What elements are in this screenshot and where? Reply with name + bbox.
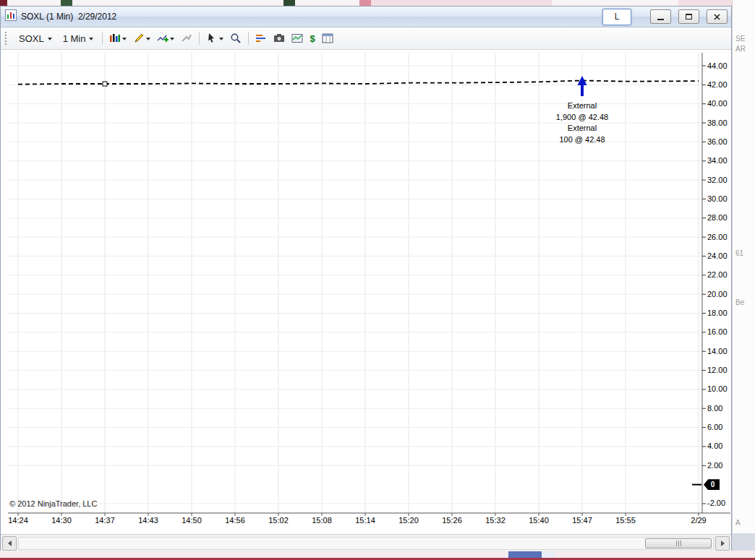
- y-axis-label: 4.00: [707, 441, 722, 450]
- account-dollar-button[interactable]: $: [307, 30, 317, 46]
- scroll-right-button[interactable]: [715, 536, 730, 551]
- x-axis-label: 15:55: [605, 516, 646, 525]
- background-window-fragment: AR: [735, 45, 746, 53]
- data-grid-icon: [322, 33, 333, 44]
- x-axis-label: 15:40: [519, 516, 559, 525]
- y-axis-label: 22.00: [707, 270, 728, 279]
- background-window-fragment: [0, 0, 7, 6]
- x-axis-label: 14:43: [128, 516, 169, 525]
- cursor-button[interactable]: [204, 30, 226, 46]
- x-axis-label: 15:02: [258, 516, 299, 525]
- drawing-tools-button[interactable]: [131, 30, 153, 46]
- background-window-fragment: A: [735, 519, 741, 527]
- interval-label: 1 Min: [63, 33, 86, 44]
- maximize-button[interactable]: [678, 9, 699, 24]
- chart-canvas[interactable]: External 1,900 @ 42.48 External 100 @ 42…: [1, 50, 731, 534]
- y-axis-label: 30.00: [707, 194, 728, 203]
- y-axis-label: 38.00: [707, 119, 728, 127]
- scrollbar-track[interactable]: [18, 537, 714, 550]
- execution-annotation-line: 100 @ 42.48: [528, 134, 636, 146]
- l-button[interactable]: L: [602, 9, 631, 25]
- indicators-icon: [157, 33, 169, 44]
- y-axis-label: 34.00: [707, 156, 728, 165]
- maximize-icon: [686, 14, 692, 20]
- y-axis-label: 32.00: [707, 176, 728, 184]
- chevron-down-icon: [219, 38, 223, 40]
- y-axis-label: 18.00: [707, 309, 728, 317]
- zoom-button[interactable]: [228, 30, 244, 46]
- instrument-label: SOXL: [19, 33, 44, 44]
- toolbar-separator: [199, 32, 200, 45]
- instrument-selector[interactable]: SOXL: [14, 32, 56, 46]
- strategies-button[interactable]: [179, 30, 195, 46]
- y-axis-label: 10.00: [707, 384, 728, 393]
- price-line-marker: [103, 82, 107, 86]
- y-axis-label: 44.00: [707, 61, 728, 70]
- horizontal-scrollbar[interactable]: [1, 534, 731, 551]
- y-axis-label: 24.00: [707, 251, 728, 260]
- x-axis-label: 15:14: [345, 516, 385, 525]
- copyright-text: © 2012 NinjaTrader, LLC: [9, 499, 97, 508]
- background-window-strip-bottom: [0, 551, 755, 560]
- chevron-down-icon: [170, 38, 174, 40]
- toolbar-grip[interactable]: [5, 32, 9, 45]
- x-axis-label: 15:47: [562, 516, 602, 525]
- background-window-strip-top: [0, 0, 755, 6]
- y-axis-label: 14.00: [707, 347, 728, 356]
- x-axis-label: 14:24: [1, 516, 38, 525]
- y-axis-label: 40.00: [707, 99, 728, 108]
- bar-spacing-button[interactable]: [253, 30, 269, 46]
- background-window-fragment: 61: [735, 249, 743, 257]
- snapshot-button[interactable]: [271, 30, 287, 46]
- x-axis-label: 15:32: [475, 516, 516, 525]
- y-axis-label: 42.00: [707, 80, 728, 89]
- x-axis-label: 15:20: [388, 516, 429, 525]
- window-title: SOXL (1 Min) 2/29/2012: [21, 12, 116, 22]
- scroll-left-button[interactable]: [2, 536, 17, 551]
- pencil-icon: [133, 33, 145, 44]
- y-axis-label: 2.00: [707, 461, 722, 470]
- toolbar-separator: [248, 32, 249, 45]
- x-axis-label: 15:08: [302, 516, 342, 525]
- chart-image-button[interactable]: [289, 30, 305, 46]
- indicators-button[interactable]: [155, 30, 176, 46]
- thumb-grip-icon: [676, 540, 677, 546]
- close-button[interactable]: [707, 9, 728, 24]
- background-window-fragment: [359, 0, 371, 6]
- y-axis-label: 16.00: [707, 327, 728, 336]
- y-axis-label: -2.00: [707, 499, 725, 507]
- chart-style-button[interactable]: [107, 30, 129, 46]
- chevron-down-icon: [89, 38, 93, 40]
- arrow-right-icon: [721, 540, 725, 546]
- thumb-grip-icon: [678, 540, 679, 546]
- y-axis-label: 20.00: [707, 290, 728, 298]
- buy-arrow-stem: [581, 85, 584, 96]
- strategies-icon: [181, 33, 192, 44]
- x-axis-label: 14:56: [215, 516, 255, 525]
- minimize-icon: [657, 19, 664, 20]
- y-axis-label: 8.00: [707, 404, 722, 413]
- title-bar[interactable]: SOXL (1 Min) 2/29/2012 L: [1, 7, 731, 27]
- y-axis-label: 26.00: [707, 233, 728, 241]
- thumb-grip-icon: [681, 540, 681, 546]
- close-icon: [714, 14, 720, 20]
- execution-annotation-line: External: [528, 100, 636, 112]
- y-axis-label: 36.00: [707, 137, 728, 146]
- dollar-icon: $: [310, 33, 315, 44]
- background-window-fragment: Be: [735, 298, 744, 306]
- data-grid-button[interactable]: [320, 30, 336, 46]
- background-window-fragment: [542, 551, 555, 558]
- x-axis-label: 14:50: [171, 516, 212, 525]
- bar-spacing-icon: [255, 33, 267, 44]
- background-window-fragment: [371, 0, 552, 6]
- interval-selector[interactable]: 1 Min: [59, 32, 98, 46]
- chart-image-icon: [291, 33, 303, 44]
- background-window-fragment: [283, 0, 295, 6]
- zoom-icon: [230, 33, 242, 44]
- execution-annotation: External 1,900 @ 42.48 External 100 @ 42…: [528, 100, 636, 145]
- chevron-down-icon: [122, 38, 127, 40]
- minimize-button[interactable]: [650, 9, 671, 24]
- scrollbar-thumb[interactable]: [645, 538, 712, 548]
- x-axis-label: 14:37: [85, 516, 125, 525]
- chevron-down-icon: [146, 38, 150, 40]
